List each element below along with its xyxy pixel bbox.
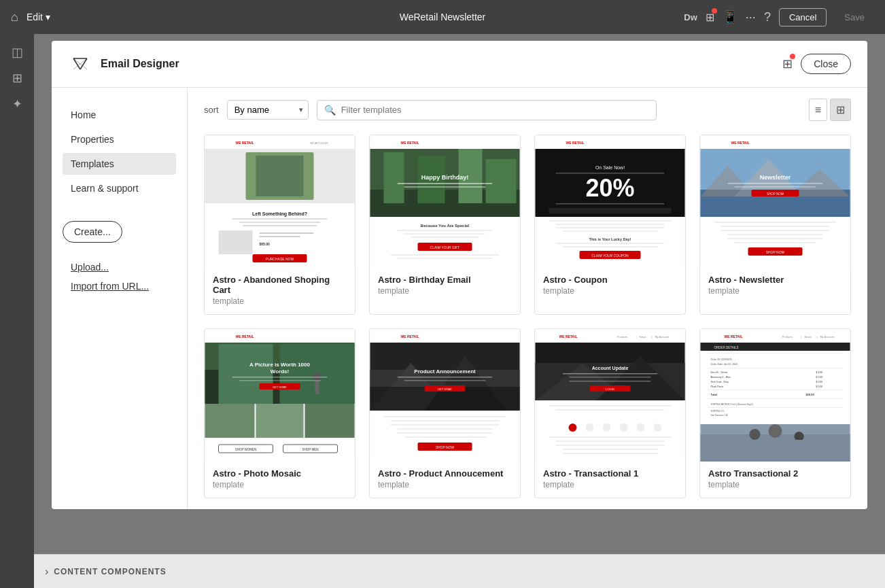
svg-text:|: | xyxy=(817,335,818,339)
svg-text:WE RETAIL: WE RETAIL xyxy=(566,141,585,145)
svg-rect-103 xyxy=(205,404,255,438)
svg-point-200 xyxy=(795,432,804,441)
svg-text:WE RETAIL: WE RETAIL xyxy=(401,141,419,145)
template-card-product-announcement[interactable]: WE RETAIL Product Announcement xyxy=(369,328,521,498)
upload-link[interactable]: Upload... xyxy=(63,259,176,275)
create-button[interactable]: Create... xyxy=(63,221,122,243)
template-thumb-product: WE RETAIL Product Announcement xyxy=(370,329,520,462)
dw-icon[interactable]: Dw xyxy=(684,12,697,22)
edit-menu[interactable]: Edit ▾ xyxy=(27,12,50,22)
modal-nav: Home Properties Templates Learn & suppor… xyxy=(52,88,188,509)
list-view-button[interactable]: ≡ xyxy=(809,99,827,121)
svg-text:$10,00: $10,00 xyxy=(806,393,815,396)
svg-rect-33 xyxy=(486,159,517,203)
home-icon[interactable]: ⌂ xyxy=(11,10,18,24)
svg-rect-105 xyxy=(305,404,355,438)
svg-text:Tech Coat - Gray: Tech Coat - Gray xyxy=(711,381,729,383)
svg-rect-124 xyxy=(370,411,520,462)
svg-point-155 xyxy=(586,423,594,432)
nav-item-home[interactable]: Home xyxy=(63,104,176,126)
import-url-link[interactable]: Import from URL... xyxy=(63,278,176,294)
svg-text:SHOP NOW: SHOP NOW xyxy=(767,192,784,196)
sidebar-grid-icon[interactable]: ✦ xyxy=(12,97,22,111)
svg-text:Order ID: 12345678: Order ID: 12345678 xyxy=(711,358,732,361)
svg-text:WE RETAIL: WE RETAIL xyxy=(731,141,750,145)
svg-rect-191 xyxy=(708,398,844,399)
template-card-transactional-1[interactable]: WE RETAIL Products | News | My Account xyxy=(534,328,686,498)
svg-text:News: News xyxy=(805,335,812,339)
svg-rect-152 xyxy=(549,405,672,407)
modal-close-button[interactable]: Close xyxy=(801,54,851,74)
notification-icon[interactable]: ⊞ xyxy=(706,11,714,24)
document-title: WeRetail Newsletter xyxy=(400,12,486,22)
svg-point-198 xyxy=(750,429,761,440)
svg-rect-163 xyxy=(563,449,658,450)
help-icon[interactable]: ? xyxy=(764,10,771,24)
svg-rect-160 xyxy=(549,436,672,438)
modal-notification-icon[interactable]: ⊞ xyxy=(782,56,793,71)
bottom-bar-chevron-icon[interactable]: › xyxy=(45,566,48,578)
modal-header-actions: ⊞ Close xyxy=(782,54,851,74)
svg-rect-35 xyxy=(398,183,493,184)
svg-rect-121 xyxy=(404,380,486,381)
nav-item-learn-support[interactable]: Learn & support xyxy=(63,177,176,199)
svg-rect-89 xyxy=(205,329,355,343)
svg-rect-66 xyxy=(701,135,850,149)
sidebar-components-icon[interactable]: ⊞ xyxy=(12,71,22,86)
sort-wrapper[interactable]: By name By date ▾ xyxy=(227,100,309,120)
email-designer-logo xyxy=(68,52,92,76)
nav-item-templates[interactable]: Templates xyxy=(63,153,176,175)
svg-text:News: News xyxy=(640,335,646,339)
template-card-abandoned-cart[interactable]: WE RETAIL MY ACCOUNT Left Something Behi… xyxy=(204,135,355,315)
email-designer-modal: Email Designer ⊞ Close Home Properties T… xyxy=(52,41,867,509)
svg-rect-96 xyxy=(315,381,319,394)
svg-text:Words!: Words! xyxy=(271,368,289,375)
cancel-button[interactable]: Cancel xyxy=(779,8,827,27)
svg-rect-83 xyxy=(728,234,823,235)
modal-badge xyxy=(790,54,795,59)
svg-text:Plush Pants: Plush Pants xyxy=(711,385,724,388)
template-card-transactional-2[interactable]: WE RETAIL Products | News | My Account xyxy=(699,328,851,498)
grid-view-button[interactable]: ⊞ xyxy=(830,99,851,121)
template-name: Astro - Newsletter xyxy=(708,275,842,285)
template-card-birthday[interactable]: WE RETAIL Happy Birthday! xyxy=(369,135,521,315)
svg-text:Total: Total xyxy=(711,393,717,396)
svg-rect-20 xyxy=(260,232,314,234)
template-name: Astro - Product Annoucement xyxy=(378,468,512,479)
svg-text:MY ACCOUNT: MY ACCOUNT xyxy=(311,141,329,145)
sort-select[interactable]: By name By date xyxy=(227,100,309,120)
svg-text:This is Your Lucky Day!: This is Your Lucky Day! xyxy=(589,237,631,241)
svg-text:Because You Are Special: Because You Are Special xyxy=(421,224,470,228)
sidebar-layers-icon[interactable]: ◫ xyxy=(12,45,23,60)
search-input[interactable] xyxy=(341,105,649,115)
save-button[interactable]: Save xyxy=(835,9,874,26)
svg-rect-54 xyxy=(549,208,672,213)
svg-text:|: | xyxy=(801,335,802,339)
svg-text:SHIPPING TO:: SHIPPING TO: xyxy=(711,410,725,413)
nav-item-properties[interactable]: Properties xyxy=(63,128,176,150)
svg-rect-127 xyxy=(391,424,500,426)
more-options-icon[interactable]: ··· xyxy=(746,10,756,24)
svg-rect-57 xyxy=(556,224,665,225)
svg-rect-45 xyxy=(398,258,493,259)
svg-point-199 xyxy=(769,424,782,438)
template-type: template xyxy=(378,480,512,489)
svg-rect-193 xyxy=(708,407,844,408)
template-type: template xyxy=(543,480,677,489)
svg-rect-125 xyxy=(384,416,506,417)
svg-rect-75 xyxy=(728,183,823,184)
template-card-coupon[interactable]: WE RETAIL On Sale Now! 20% xyxy=(534,135,686,315)
template-card-newsletter[interactable]: WE RETAIL Newsletter xyxy=(699,135,851,315)
mobile-preview-icon[interactable]: 📱 xyxy=(723,10,738,24)
svg-text:SHIPPING METHOD: Free (3 Busin: SHIPPING METHOD: Free (3 Business Days*) xyxy=(711,403,753,406)
svg-text:Newsletter: Newsletter xyxy=(760,174,791,181)
svg-point-157 xyxy=(620,423,628,432)
svg-rect-85 xyxy=(735,242,816,243)
svg-rect-179 xyxy=(708,368,844,368)
sort-label: sort xyxy=(204,105,219,115)
svg-rect-47 xyxy=(536,135,685,149)
svg-rect-81 xyxy=(721,226,830,227)
template-card-photo-mosaic[interactable]: WE RETAIL A Picture is Worth 1000 xyxy=(204,328,355,498)
svg-text:On Sale Now!: On Sale Now! xyxy=(595,165,625,170)
svg-rect-40 xyxy=(404,233,486,235)
